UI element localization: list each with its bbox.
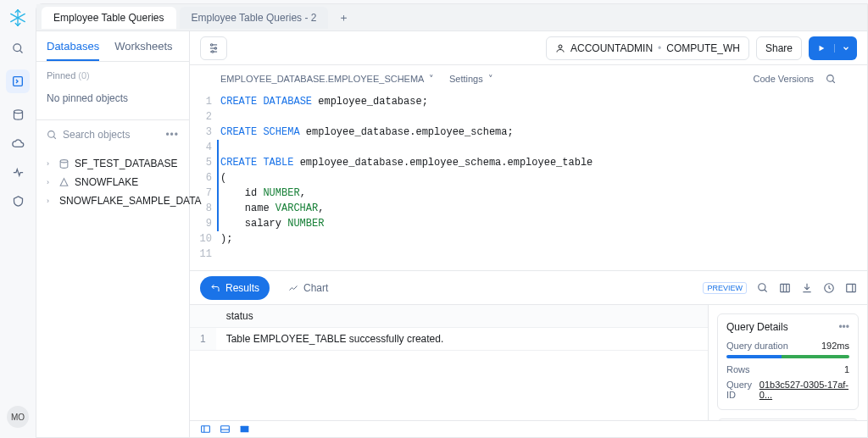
object-explorer: Databases Worksheets Pinned (0) No pinne… (36, 31, 190, 437)
chart-icon (288, 283, 298, 293)
svg-rect-27 (781, 284, 790, 291)
results-table[interactable]: status 1 Table EMPLOYEE_TABLE successful… (190, 305, 708, 420)
pinned-header: Pinned (0) (36, 62, 189, 89)
svg-point-10 (14, 109, 22, 113)
no-pinned-text: No pinned objects (36, 89, 189, 119)
panel-icon[interactable] (845, 282, 857, 294)
search-more-button[interactable]: ••• (165, 129, 179, 141)
play-icon (817, 44, 826, 53)
columns-icon[interactable] (779, 282, 791, 294)
search-icon[interactable] (826, 74, 837, 85)
layout-full-icon[interactable] (239, 424, 250, 435)
app-icon (58, 177, 70, 188)
query-id-link[interactable]: 01b3c527-0305-17af-0... (760, 380, 849, 400)
snowflake-logo-icon (8, 8, 27, 27)
worksheets-nav-icon[interactable] (6, 69, 30, 93)
sliders-icon (208, 42, 220, 54)
svg-line-26 (765, 289, 767, 291)
line-gutter: 1234567891011 (190, 94, 220, 262)
user-icon (555, 43, 565, 53)
tree-item[interactable]: › SF_TEST_DATABASE (43, 154, 182, 173)
bottom-layout-strip (190, 420, 867, 437)
search-icon[interactable] (10, 41, 25, 56)
query-details-title: Query Details (726, 321, 788, 333)
svg-line-24 (832, 80, 835, 83)
run-button[interactable] (809, 36, 857, 60)
svg-point-11 (48, 130, 55, 137)
svg-point-7 (13, 43, 20, 51)
svg-rect-32 (847, 284, 856, 291)
svg-marker-22 (820, 45, 825, 51)
query-details-panel: Query Details ••• Query duration192ms Ro… (708, 305, 867, 420)
code-versions-button[interactable]: Code Versions (753, 74, 814, 84)
context-bar: EMPLOYEE_DATABASE.EMPLOYEE_SCHEMA ˅ Sett… (190, 65, 867, 92)
share-button[interactable]: Share (756, 36, 802, 60)
table-row[interactable]: 1 Table EMPLOYEE_TABLE successfully crea… (190, 328, 708, 351)
results-tab[interactable]: Results (200, 276, 270, 300)
data-nav-icon[interactable] (10, 107, 25, 122)
svg-line-12 (53, 136, 56, 139)
chart-tab[interactable]: Chart (278, 276, 338, 300)
role-warehouse-selector[interactable]: ACCOUNTADMIN • COMPUTE_WH (546, 36, 749, 60)
schema-context-selector[interactable]: EMPLOYEE_DATABASE.EMPLOYEE_SCHEMA ˅ (220, 74, 434, 85)
chevron-down-icon (842, 44, 850, 53)
svg-rect-38 (241, 426, 249, 433)
worksheets-tab[interactable]: Worksheets (114, 40, 172, 61)
search-objects-input[interactable]: Search objects (63, 129, 130, 141)
download-icon[interactable] (801, 282, 813, 294)
user-avatar[interactable]: MO (7, 406, 29, 428)
worksheet-tab[interactable]: Employee Table Queries - 2 (180, 7, 329, 29)
main-panel: Employee Table Queries Employee Table Qu… (36, 3, 868, 438)
svg-point-21 (559, 45, 562, 48)
worksheet-tab-strip: Employee Table Queries Employee Table Qu… (36, 4, 867, 31)
results-area: Results Chart PREVIEW (190, 270, 867, 420)
search-icon (47, 130, 58, 141)
preview-badge: PREVIEW (703, 282, 747, 294)
svg-point-25 (759, 283, 765, 290)
add-tab-button[interactable]: ＋ (331, 10, 355, 25)
databases-tab[interactable]: Databases (47, 40, 99, 61)
worksheet-tab[interactable]: Employee Table Queries (42, 7, 176, 29)
svg-point-20 (212, 50, 214, 52)
svg-rect-34 (202, 426, 210, 433)
chevron-right-icon: › (47, 159, 53, 168)
svg-point-18 (211, 43, 213, 45)
details-more-button[interactable]: ••• (838, 321, 849, 333)
history-icon[interactable] (823, 282, 835, 294)
svg-point-19 (214, 47, 216, 48)
left-rail: MO (0, 0, 36, 438)
svg-point-13 (60, 159, 68, 162)
sql-editor[interactable]: 1234567891011 CREATE DATABASE employee_d… (190, 92, 867, 270)
svg-point-23 (827, 75, 834, 81)
svg-line-8 (19, 50, 22, 53)
search-icon[interactable] (757, 282, 769, 294)
tree-item[interactable]: › SNOWFLAKE_SAMPLE_DATA (43, 191, 182, 210)
admin-nav-icon[interactable] (10, 193, 25, 208)
database-icon (58, 158, 70, 169)
layout-bottom-icon[interactable] (220, 424, 231, 435)
activity-nav-icon[interactable] (10, 164, 25, 180)
column-header[interactable]: status (216, 305, 708, 328)
settings-dropdown[interactable]: Settings ˅ (449, 74, 493, 85)
tree-item[interactable]: › SNOWFLAKE (43, 173, 182, 191)
chevron-right-icon: › (47, 197, 49, 205)
database-tree: › SF_TEST_DATABASE › SNOWFLAKE › SNOWFLA… (36, 149, 189, 215)
filter-button[interactable] (200, 36, 227, 60)
layout-left-icon[interactable] (200, 424, 211, 435)
return-icon (210, 283, 220, 293)
worksheet-toolbar: ACCOUNTADMIN • COMPUTE_WH Share (190, 31, 867, 65)
code-area[interactable]: CREATE DATABASE employee_database; CREAT… (220, 94, 867, 262)
cloud-nav-icon[interactable] (10, 136, 25, 151)
chevron-right-icon: › (47, 178, 53, 186)
